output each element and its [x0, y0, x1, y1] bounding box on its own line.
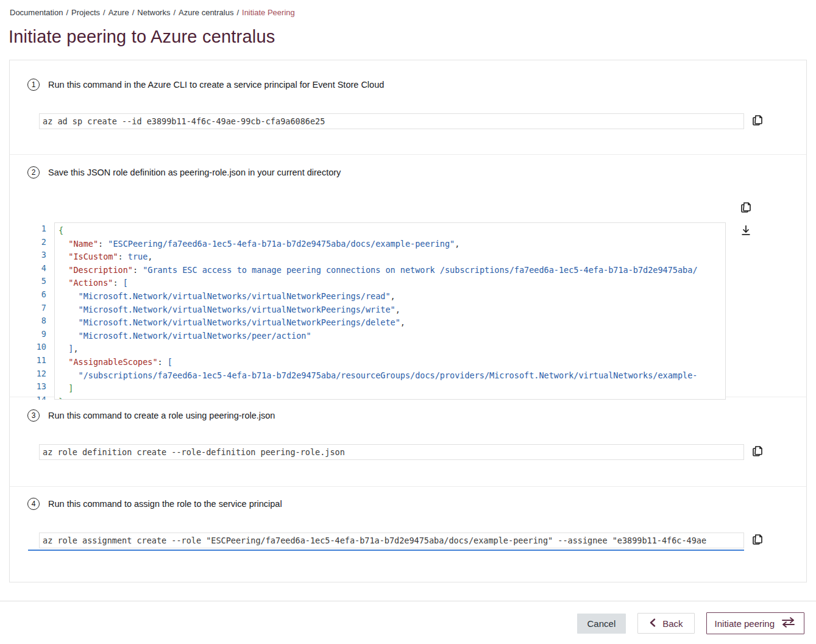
- json-code-editor[interactable]: 1234567891011121314 { "Name": "ESCPeerin…: [27, 222, 733, 400]
- chevron-left-icon: [649, 618, 656, 629]
- step-2-number-badge: 2: [27, 166, 40, 179]
- step-1-number-badge: 1: [27, 79, 40, 91]
- step-4-header: 4 Run this command to assign the role to…: [27, 498, 806, 510]
- horizontal-scrollbar[interactable]: [28, 550, 744, 551]
- step-4-command-input[interactable]: [39, 533, 744, 548]
- step-4-section: 4 Run this command to assign the role to…: [10, 487, 806, 582]
- step-1-label: Run this command in the Azure CLI to cre…: [48, 80, 384, 90]
- step-3-command-input[interactable]: [39, 444, 744, 460]
- swap-arrows-icon: [781, 617, 796, 629]
- step-3-number-badge: 3: [27, 409, 40, 422]
- back-button-label: Back: [662, 618, 683, 629]
- step-4-number-badge: 4: [27, 498, 40, 510]
- initiate-peering-button-label: Initiate peering: [715, 618, 775, 629]
- step-2-body: 1234567891011121314 { "Name": "ESCPeerin…: [27, 200, 806, 400]
- step-1-header: 1 Run this command in the Azure CLI to c…: [27, 79, 806, 91]
- step-1-command-input[interactable]: [39, 113, 744, 129]
- breadcrumb-separator: /: [103, 8, 105, 17]
- page-title: Initiate peering to Azure centralus: [9, 27, 816, 47]
- download-icon[interactable]: [739, 224, 753, 237]
- peering-setup-card: 1 Run this command in the Azure CLI to c…: [9, 60, 807, 582]
- breadcrumb-current-initiate-peering: Initiate Peering: [242, 8, 295, 17]
- code-content[interactable]: { "Name": "ESCPeering/fa7eed6a-1ec5-4efa…: [54, 222, 726, 400]
- breadcrumb-separator: /: [66, 8, 68, 17]
- step-3-body: [39, 444, 806, 460]
- breadcrumb-separator: /: [173, 8, 176, 17]
- breadcrumb-item-azure[interactable]: Azure: [108, 8, 129, 17]
- step-2-label: Save this JSON role definition as peerin…: [48, 168, 341, 177]
- copy-icon[interactable]: [751, 533, 764, 546]
- step-4-body: [39, 533, 806, 548]
- breadcrumb-item-projects[interactable]: Projects: [71, 8, 100, 17]
- breadcrumb-separator: /: [236, 8, 239, 17]
- cancel-button-label: Cancel: [587, 618, 616, 629]
- breadcrumb-item-azure-centralus[interactable]: Azure centralus: [179, 8, 233, 17]
- cancel-button[interactable]: Cancel: [577, 614, 626, 634]
- breadcrumb-item-networks[interactable]: Networks: [137, 8, 170, 17]
- step-3-label: Run this command to create a role using …: [48, 411, 275, 420]
- breadcrumb-separator: /: [132, 8, 135, 17]
- step-2-header: 2 Save this JSON role definition as peer…: [27, 166, 806, 179]
- copy-icon[interactable]: [751, 444, 764, 458]
- step-1-body: [39, 113, 806, 129]
- code-gutter: 1234567891011121314: [27, 222, 54, 400]
- step-3-section: 3 Run this command to create a role usin…: [10, 397, 806, 487]
- initiate-peering-button[interactable]: Initiate peering: [706, 612, 804, 634]
- step-2-section: 2 Save this JSON role definition as peer…: [10, 155, 806, 397]
- breadcrumb: Documentation/Projects/Azure/Networks/Az…: [0, 0, 816, 17]
- step-3-header: 3 Run this command to create a role usin…: [27, 409, 806, 422]
- breadcrumb-item-documentation[interactable]: Documentation: [10, 8, 63, 17]
- step-1-section: 1 Run this command in the Azure CLI to c…: [10, 60, 806, 155]
- back-button[interactable]: Back: [637, 613, 694, 634]
- footer-actions: Cancel Back Initiate peering: [0, 601, 816, 634]
- copy-icon[interactable]: [739, 200, 753, 214]
- step-4-label: Run this command to assign the role to t…: [48, 499, 282, 509]
- copy-icon[interactable]: [751, 113, 764, 127]
